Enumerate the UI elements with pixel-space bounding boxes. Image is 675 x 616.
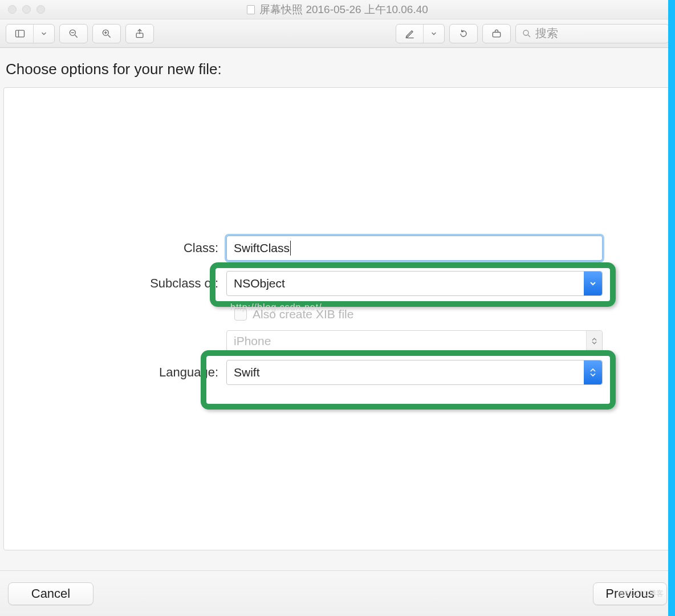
class-label: Class: — [4, 241, 226, 256]
rotate-button[interactable] — [449, 24, 478, 43]
cancel-button-label: Cancel — [31, 586, 70, 601]
updown-arrows-icon — [584, 360, 602, 384]
share-button[interactable] — [125, 24, 154, 43]
svg-line-8 — [108, 35, 111, 37]
text-caret-icon — [290, 241, 291, 256]
right-edge-accent — [668, 0, 675, 616]
svg-rect-0 — [15, 30, 24, 37]
toolbox-button[interactable] — [482, 24, 511, 43]
cancel-button[interactable]: Cancel — [8, 582, 93, 605]
device-value: iPhone — [234, 334, 271, 348]
device-row: iPhone — [4, 327, 671, 355]
xib-row: Also create XIB file — [4, 301, 671, 327]
chevron-down-icon — [41, 31, 47, 37]
search-icon — [522, 29, 532, 39]
watermark-text: http://blog.csdn.net/ — [230, 302, 322, 313]
svg-line-4 — [75, 35, 78, 37]
corner-watermark: @51CTO博客 — [617, 589, 664, 599]
zoom-out-button[interactable] — [59, 24, 88, 43]
subclass-combobox[interactable]: NSObject — [226, 271, 603, 296]
share-icon — [134, 28, 145, 39]
toolbox-icon — [491, 28, 502, 39]
class-input[interactable]: SwiftClass — [226, 236, 603, 261]
device-selector[interactable]: iPhone — [226, 330, 603, 352]
window-title-text: 屏幕快照 2016-05-26 上午10.06.40 — [259, 2, 428, 17]
language-value: Swift — [234, 366, 260, 379]
sidebar-toggle-button[interactable] — [6, 24, 55, 43]
markup-button[interactable] — [396, 24, 445, 43]
pencil-icon — [404, 28, 416, 39]
subclass-label: Subclass of: — [4, 276, 226, 291]
new-file-form: Class: SwiftClass Subclass of: NSObject — [4, 230, 671, 390]
zoom-in-button[interactable] — [92, 24, 121, 43]
subclass-value: NSObject — [234, 277, 285, 290]
toolbar: 搜索 — [0, 19, 675, 48]
sidebar-icon — [14, 28, 26, 39]
class-row: Class: SwiftClass — [4, 230, 671, 266]
stepper-arrows-icon — [586, 331, 602, 351]
rotate-icon — [458, 28, 469, 39]
window-title: 屏幕快照 2016-05-26 上午10.06.40 — [0, 2, 675, 17]
page-title: Choose options for your new file: — [0, 48, 675, 84]
svg-rect-11 — [493, 32, 500, 37]
language-label: Language: — [4, 365, 226, 380]
chevron-down-icon — [431, 31, 437, 37]
zoom-out-icon — [68, 28, 79, 39]
class-input-value: SwiftClass — [234, 241, 290, 255]
zoom-in-icon — [101, 28, 112, 39]
chevron-down-icon — [584, 271, 602, 295]
dialog-footer: Cancel Previous — [0, 570, 675, 616]
svg-line-13 — [528, 35, 530, 37]
document-icon — [247, 5, 255, 14]
language-row: Language: Swift — [4, 355, 671, 390]
options-panel: Class: SwiftClass Subclass of: NSObject — [3, 87, 672, 550]
window-titlebar: 屏幕快照 2016-05-26 上午10.06.40 — [0, 0, 675, 19]
search-placeholder: 搜索 — [535, 26, 558, 41]
search-input[interactable]: 搜索 — [515, 24, 669, 43]
subclass-row: Subclass of: NSObject — [4, 266, 671, 301]
language-popup[interactable]: Swift — [226, 360, 603, 385]
svg-point-12 — [523, 30, 528, 35]
